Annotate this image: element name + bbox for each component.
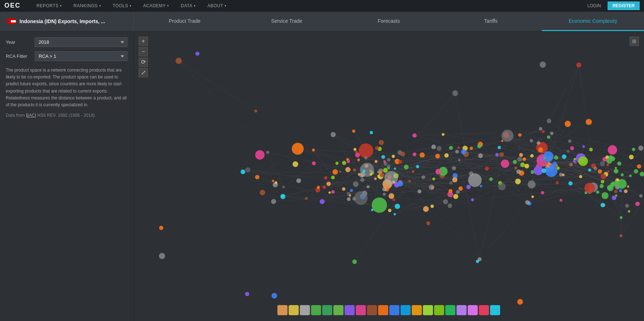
zoom-reset-button[interactable]: ⟳ (139, 57, 148, 67)
svg-point-428 (331, 190, 335, 194)
nav-links: REPORTS ▾RANKINGS ▾TOOLS ▾ACADEMY ▾DATA … (31, 0, 584, 12)
legend-item-0[interactable] (278, 305, 288, 315)
sub-tab-service-trade[interactable]: Service Trade (236, 12, 338, 31)
legend-item-11[interactable] (401, 305, 411, 315)
legend-item-9[interactable] (378, 305, 388, 315)
sub-tab-economic-complexity[interactable]: Economic Complexity (542, 12, 644, 31)
legend-item-18[interactable] (479, 305, 489, 315)
product-space-description: The product space is a network connectin… (6, 67, 127, 108)
logo[interactable]: OEC (4, 2, 21, 9)
legend-item-14[interactable] (434, 305, 444, 315)
nav-item-reports[interactable]: REPORTS ▾ (31, 0, 67, 12)
svg-point-641 (478, 257, 482, 261)
nav-item-rankings[interactable]: RANKINGS ▾ (69, 0, 106, 12)
login-button[interactable]: LOGIN (584, 3, 604, 8)
legend-item-12[interactable] (412, 305, 422, 315)
product-space-network[interactable] (134, 31, 644, 321)
svg-point-483 (378, 171, 382, 175)
legend-item-7[interactable] (356, 305, 366, 315)
svg-point-596 (601, 192, 608, 199)
svg-point-559 (566, 150, 570, 153)
svg-point-586 (620, 216, 623, 219)
svg-point-535 (539, 127, 543, 130)
svg-line-23 (400, 136, 508, 153)
sub-tab-forecasts[interactable]: Forecasts (338, 12, 440, 31)
nav-item-about[interactable]: ABOUT ▾ (203, 0, 232, 12)
svg-point-620 (638, 146, 643, 151)
svg-point-478 (448, 189, 452, 193)
svg-point-388 (371, 209, 374, 211)
svg-line-276 (471, 148, 541, 150)
svg-point-392 (382, 187, 387, 191)
svg-point-439 (362, 170, 366, 173)
svg-point-542 (513, 160, 517, 164)
year-select[interactable]: 2018 2017 2016 2015 (35, 37, 127, 47)
register-button[interactable]: REGISTER (608, 1, 640, 10)
zoom-out-button[interactable]: − (139, 47, 148, 56)
legend-item-8[interactable] (367, 305, 377, 315)
nav-item-academy[interactable]: ACADEMY ▾ (138, 0, 174, 12)
svg-line-229 (318, 179, 375, 190)
svg-point-412 (387, 158, 391, 162)
legend-item-17[interactable] (468, 305, 478, 315)
svg-point-643 (517, 299, 523, 305)
svg-point-340 (353, 181, 359, 187)
svg-point-467 (366, 185, 370, 188)
baci-link[interactable]: BACI (26, 113, 36, 118)
svg-point-551 (547, 136, 550, 139)
legend-item-5[interactable] (334, 305, 344, 315)
legend-item-2[interactable] (300, 305, 310, 315)
grid-view-button[interactable]: ⊞ (630, 37, 639, 46)
svg-point-352 (260, 190, 265, 195)
svg-point-482 (412, 170, 414, 173)
svg-point-354 (240, 170, 245, 174)
svg-line-47 (520, 135, 584, 146)
svg-point-571 (625, 204, 629, 208)
svg-point-461 (245, 167, 250, 172)
sub-tab-tariffs[interactable]: Tariffs (440, 12, 542, 31)
rca-label: RCA Filter (6, 54, 35, 59)
zoom-in-button[interactable]: + (139, 37, 148, 46)
legend-item-19[interactable] (490, 305, 500, 315)
legend-item-3[interactable] (311, 305, 321, 315)
rca-select[interactable]: RCA > 1 All RCA > 0.5 (35, 51, 127, 61)
legend-item-6[interactable] (345, 305, 355, 315)
legend-item-13[interactable] (423, 305, 433, 315)
svg-point-393 (499, 152, 504, 157)
legend-item-16[interactable] (457, 305, 467, 315)
svg-point-615 (608, 145, 617, 155)
svg-line-24 (306, 162, 348, 198)
legend-item-4[interactable] (322, 305, 332, 315)
svg-point-474 (384, 162, 387, 166)
svg-point-642 (175, 57, 182, 64)
svg-point-563 (517, 157, 522, 162)
svg-point-499 (520, 162, 525, 167)
svg-point-515 (554, 155, 558, 160)
nav-item-data[interactable]: DATA ▾ (176, 0, 201, 12)
svg-point-481 (364, 156, 367, 159)
svg-point-606 (606, 164, 609, 166)
legend-item-10[interactable] (390, 305, 400, 315)
year-label: Year (6, 39, 35, 45)
legend-item-15[interactable] (445, 305, 456, 315)
zoom-controls: + − ⟳ ⤢ (139, 37, 148, 77)
svg-point-591 (635, 202, 640, 206)
svg-point-632 (576, 63, 582, 68)
svg-point-553 (582, 145, 585, 148)
svg-point-462 (398, 160, 402, 164)
nav-item-tools[interactable]: TOOLS ▾ (108, 0, 136, 12)
svg-point-550 (495, 153, 499, 157)
svg-point-376 (395, 204, 400, 209)
legend-item-1[interactable] (289, 305, 299, 315)
zoom-fit-button[interactable]: ⤢ (139, 68, 148, 77)
svg-point-565 (573, 160, 576, 163)
svg-point-597 (615, 167, 617, 169)
svg-point-625 (639, 194, 643, 197)
sub-tab-product-trade[interactable]: Product Trade (134, 12, 236, 31)
svg-point-590 (624, 189, 627, 193)
svg-point-463 (370, 173, 372, 176)
svg-point-477 (392, 155, 395, 158)
svg-point-605 (600, 184, 604, 188)
svg-point-485 (408, 180, 411, 183)
svg-point-630 (159, 253, 165, 259)
